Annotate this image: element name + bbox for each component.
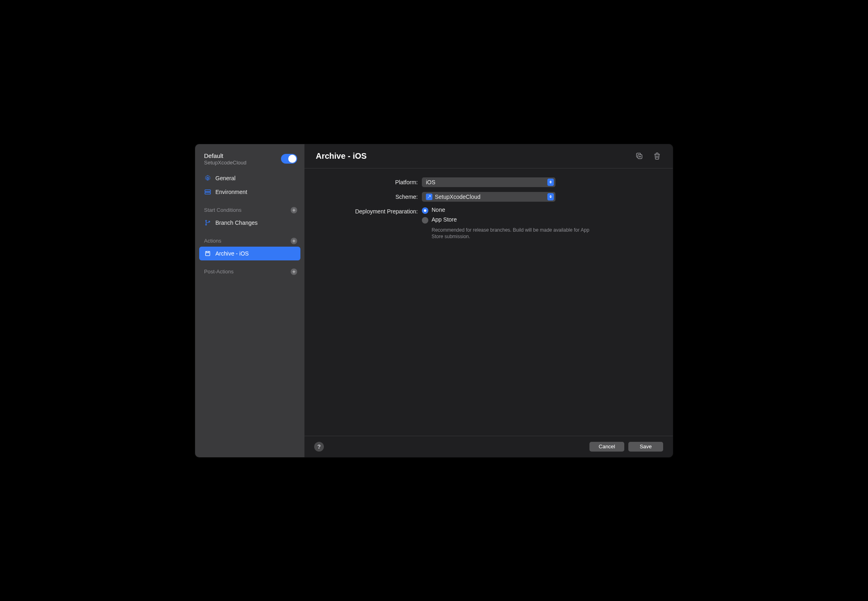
main-header: Archive - iOS [304, 144, 673, 168]
svg-point-0 [207, 177, 209, 179]
section-post-actions: Post-Actions [195, 264, 304, 277]
archive-icon [204, 250, 211, 257]
toggle-knob [288, 155, 296, 163]
sidebar-item-environment[interactable]: Environment [195, 185, 304, 199]
radio-label: App Store [432, 216, 457, 223]
radio-icon [422, 217, 428, 224]
platform-value: iOS [426, 179, 435, 185]
scheme-label: Scheme: [316, 192, 422, 200]
workflow-subtitle: SetupXcodeCloud [204, 160, 247, 166]
radio-icon [422, 207, 428, 214]
add-post-action-button[interactable] [291, 269, 297, 275]
sidebar-item-branch-changes[interactable]: Branch Changes [195, 216, 304, 230]
scheme-value: SetupXcodeCloud [435, 194, 481, 200]
svg-point-3 [206, 220, 207, 222]
sidebar-item-label: Archive - iOS [215, 250, 249, 257]
server-icon [204, 188, 211, 196]
stepper-icon [547, 179, 554, 186]
add-start-condition-button[interactable] [291, 207, 297, 213]
sidebar-item-general[interactable]: General [195, 171, 304, 185]
deployment-label: Deployment Preparation: [316, 207, 422, 215]
help-button[interactable]: ? [314, 442, 324, 452]
svg-rect-6 [206, 251, 210, 256]
branch-icon [204, 219, 211, 226]
sidebar-header: Default SetupXcodeCloud [195, 150, 304, 171]
form-body: Platform: iOS Scheme: SetupXcodeCloud [304, 168, 673, 436]
stepper-icon [547, 193, 554, 200]
platform-label: Platform: [316, 177, 422, 185]
scheme-select[interactable]: SetupXcodeCloud [422, 192, 555, 202]
app-icon [426, 194, 432, 200]
deployment-row: Deployment Preparation: None App Store R… [316, 207, 662, 241]
section-start-conditions: Start Conditions [195, 203, 304, 216]
workflow-enabled-toggle[interactable] [281, 154, 297, 164]
footer: ? Cancel Save [304, 436, 673, 457]
platform-select[interactable]: iOS [422, 177, 555, 187]
page-title: Archive - iOS [316, 151, 367, 161]
svg-rect-2 [205, 192, 211, 194]
footer-buttons: Cancel Save [589, 442, 663, 452]
sidebar-item-label: Branch Changes [215, 220, 257, 226]
delete-button[interactable] [653, 151, 662, 160]
header-actions [635, 151, 662, 160]
app-store-description: Recommended for release branches. Build … [432, 227, 600, 241]
save-button[interactable]: Save [628, 442, 663, 452]
cancel-button[interactable]: Cancel [589, 442, 624, 452]
sidebar-item-archive-ios[interactable]: Archive - iOS [199, 247, 300, 260]
radio-label: None [432, 207, 445, 213]
svg-point-4 [206, 224, 207, 225]
platform-row: Platform: iOS [316, 177, 662, 187]
main-panel: Archive - iOS P [304, 144, 673, 457]
sidebar-item-label: Environment [215, 189, 247, 195]
workflow-title-block: Default SetupXcodeCloud [204, 152, 247, 166]
duplicate-button[interactable] [635, 151, 644, 160]
section-label: Start Conditions [204, 207, 242, 213]
deployment-radio-group: None App Store Recommended for release b… [422, 207, 600, 241]
sidebar-item-label: General [215, 175, 236, 181]
section-label: Actions [204, 238, 221, 244]
workflow-editor-window: Default SetupXcodeCloud General [195, 144, 673, 457]
deployment-option-none[interactable]: None [422, 207, 600, 214]
gear-icon [204, 175, 211, 182]
section-label: Post-Actions [204, 269, 234, 275]
add-action-button[interactable] [291, 238, 297, 244]
sidebar: Default SetupXcodeCloud General [195, 144, 304, 457]
deployment-option-app-store[interactable]: App Store [422, 216, 600, 224]
section-actions: Actions [195, 234, 304, 247]
workflow-title: Default [204, 152, 247, 159]
scheme-row: Scheme: SetupXcodeCloud [316, 192, 662, 202]
svg-rect-1 [205, 190, 211, 192]
